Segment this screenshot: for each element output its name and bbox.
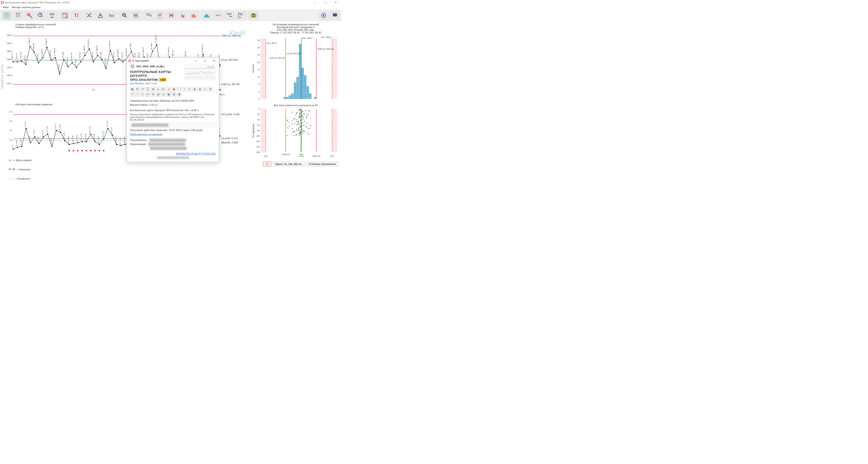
window-close-button[interactable]: ✕ bbox=[331, 0, 341, 5]
svg-point-247 bbox=[94, 141, 96, 142]
svg-rect-195 bbox=[219, 89, 221, 91]
svg-text:2: 897.97: 2: 897.97 bbox=[16, 53, 18, 61]
toolbar-clock-hand-button[interactable] bbox=[36, 11, 46, 20]
svg-point-217 bbox=[30, 142, 31, 143]
menu-methods[interactable]: Методы анализа данных bbox=[11, 5, 42, 9]
svg-point-126 bbox=[97, 55, 98, 56]
menu-file[interactable]: Файл bbox=[1, 5, 10, 9]
svg-rect-340 bbox=[304, 75, 307, 99]
svg-point-430 bbox=[291, 124, 292, 125]
toolbar-histogram-button[interactable] bbox=[202, 11, 212, 20]
window-titlebar: Контрольные карты Шухарта ПРО-Аналитик +… bbox=[0, 0, 342, 5]
svg-text:160: 160 bbox=[256, 151, 260, 154]
toolbar-settings-gear-button[interactable] bbox=[319, 11, 329, 20]
svg-text:46: 898.06: 46: 898.06 bbox=[202, 44, 204, 53]
svg-point-100 bbox=[42, 57, 43, 58]
window-minimize-button[interactable]: — bbox=[310, 0, 320, 5]
svg-point-461 bbox=[301, 132, 301, 133]
toolbar-chart-limits-button[interactable] bbox=[178, 11, 188, 20]
toolbar-zoom-plus-button[interactable] bbox=[120, 11, 129, 20]
svg-text:898.3: 898.3 bbox=[7, 34, 12, 36]
svg-point-449 bbox=[302, 129, 302, 129]
svg-point-102 bbox=[46, 47, 48, 48]
svg-text:100: 100 bbox=[256, 135, 260, 137]
svg-text:Me(mR): 0.095: Me(mR): 0.095 bbox=[221, 141, 238, 144]
about-minimize-button[interactable]: — bbox=[191, 58, 200, 64]
dotplot-chart[interactable]: 020406080100120140160№ подгруппыLSLLNPL(… bbox=[251, 107, 340, 159]
toolbar-fx-button[interactable]: f(x) bbox=[107, 11, 117, 20]
legend-values: ⦿─⦿-> Значения bbox=[8, 168, 30, 171]
svg-rect-357 bbox=[260, 109, 266, 152]
svg-point-403 bbox=[306, 117, 307, 117]
about-dialog-titlebar[interactable]: О программе — ▢ ✕ bbox=[127, 58, 219, 64]
svg-rect-52 bbox=[205, 15, 206, 18]
toolbar-calipers-button[interactable] bbox=[236, 11, 246, 20]
toolbar-gear-wrench-button[interactable] bbox=[24, 11, 34, 20]
svg-rect-315 bbox=[103, 150, 105, 152]
toolbar-sliders-button[interactable] bbox=[13, 11, 23, 20]
svg-point-391 bbox=[300, 113, 300, 114]
bottom-controls: Cp Sigma, Cp, Cpk, Min inc. Условные обо… bbox=[251, 161, 340, 167]
svg-rect-311 bbox=[86, 150, 88, 152]
about-license-expiry: Окончание действия лицензии: 28.01.2025 … bbox=[130, 129, 216, 131]
svg-rect-53 bbox=[206, 14, 207, 18]
svg-point-229 bbox=[56, 130, 57, 131]
about-url-link[interactable]: ADVANCED-QUALITY-TOOLS.RU bbox=[176, 152, 216, 155]
svg-rect-70 bbox=[252, 13, 254, 14]
svg-text:20: 20 bbox=[257, 61, 260, 64]
svg-text:8: 0.06: 8: 0.06 bbox=[37, 136, 39, 142]
svg-rect-310 bbox=[81, 150, 83, 152]
toolbar-notification-button[interactable]: 1 bbox=[330, 11, 340, 20]
toolbar-shuffle-button[interactable]: T bbox=[84, 11, 94, 20]
svg-point-383 bbox=[309, 111, 309, 111]
svg-text:28: 898.02: 28: 898.02 bbox=[125, 48, 127, 57]
toolbar-tree-button[interactable] bbox=[224, 11, 235, 20]
toolbar-capability-button[interactable] bbox=[213, 11, 223, 20]
svg-text:16: 0.06: 16: 0.06 bbox=[72, 136, 74, 142]
svg-text:34: 898.1: 34: 898.1 bbox=[151, 42, 153, 50]
toolbar-chart-range-button[interactable] bbox=[155, 11, 165, 20]
about-maximize-button[interactable]: ▢ bbox=[200, 58, 210, 64]
svg-point-467 bbox=[300, 134, 300, 134]
svg-point-406 bbox=[303, 117, 303, 118]
svg-text:0.2: 0.2 bbox=[9, 129, 12, 131]
about-close-button[interactable]: ✕ bbox=[210, 58, 219, 64]
toolbar-chart-bars-button[interactable] bbox=[189, 11, 199, 20]
svg-point-445 bbox=[298, 128, 299, 129]
svg-point-381 bbox=[299, 110, 300, 111]
svg-point-382 bbox=[302, 111, 303, 111]
xmr-watermark: XmR bbox=[228, 29, 245, 37]
toolbar-triangle-arrow-button[interactable] bbox=[95, 11, 105, 20]
toolbar-text-cursor-button[interactable]: T bbox=[71, 11, 81, 20]
toolbar-chart-x-button[interactable] bbox=[166, 11, 176, 20]
svg-text:21: 0.08: 21: 0.08 bbox=[93, 133, 95, 140]
cp-button[interactable]: Cp bbox=[263, 162, 271, 166]
svg-point-443 bbox=[306, 127, 307, 128]
window-maximize-button[interactable]: ▢ bbox=[320, 0, 331, 5]
svg-text:120: 120 bbox=[256, 140, 260, 142]
about-product-full: Контрольные карты Шухарта ПРО-Аналитик +… bbox=[130, 109, 216, 111]
toolbar-chart-down-button[interactable] bbox=[144, 11, 154, 20]
histogram-chart[interactable]: 322824201612840ЧастотаUSL: 898.6LSL: 897… bbox=[251, 34, 340, 102]
svg-text:27: 0.04: 27: 0.04 bbox=[119, 137, 121, 144]
sigma-button[interactable]: Sigma, Cp, Cpk, Min inc. bbox=[273, 162, 305, 166]
svg-text:UNPL(x): 898.291: UNPL(x): 898.291 bbox=[317, 48, 334, 50]
svg-text:18: 0.08: 18: 0.08 bbox=[80, 133, 82, 140]
about-license-link[interactable]: Лицензионное соглашение bbox=[130, 133, 162, 136]
svg-text:140: 140 bbox=[256, 146, 260, 148]
toolbar-barcode-hand-button[interactable] bbox=[47, 11, 57, 20]
legend-button[interactable]: Условные обозначения bbox=[306, 162, 338, 166]
svg-point-416 bbox=[300, 120, 301, 121]
svg-text:898.1: 898.1 bbox=[7, 50, 12, 53]
toolbar-we-rules-button[interactable]: WE bbox=[131, 11, 141, 20]
svg-point-408 bbox=[306, 118, 307, 119]
svg-text:10: 0.16: 10: 0.16 bbox=[46, 126, 48, 133]
toolbar-camera-button[interactable] bbox=[249, 11, 258, 20]
svg-point-463 bbox=[307, 133, 307, 133]
svg-text:8: 8 bbox=[258, 83, 260, 86]
svg-point-253 bbox=[107, 128, 108, 129]
svg-rect-341 bbox=[307, 86, 309, 99]
toolbar-calendar-button[interactable] bbox=[60, 11, 70, 20]
svg-point-410 bbox=[294, 119, 295, 119]
toolbar-grid-button[interactable] bbox=[2, 11, 12, 20]
